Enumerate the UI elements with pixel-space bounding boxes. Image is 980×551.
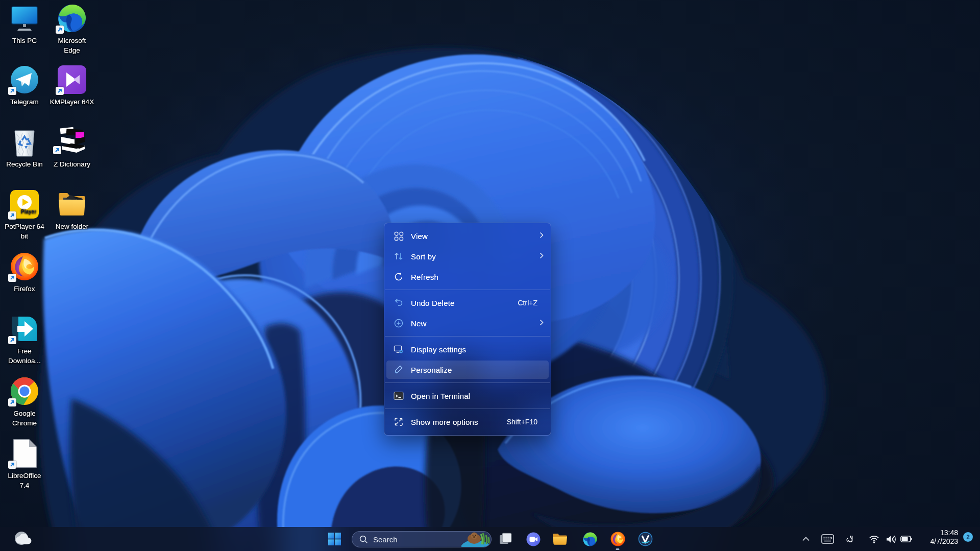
svg-text:Player: Player [21, 209, 36, 214]
